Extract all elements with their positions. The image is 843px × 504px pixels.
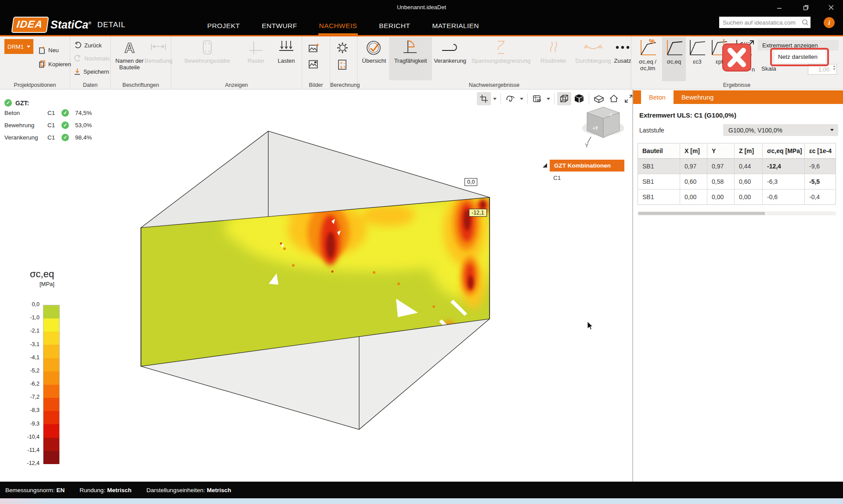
redo-button[interactable]: Nochmals: [74, 55, 110, 62]
search-icon[interactable]: [801, 18, 811, 26]
uls-summary: ✓ GZT: BetonC1✓74,5%BewehrungC1✓53,0%Ver…: [4, 99, 92, 143]
crack-width-icon: [547, 37, 560, 57]
legend-swatch: [43, 318, 59, 332]
result-flag-min: 0,0: [465, 178, 477, 186]
crack-width-button[interactable]: Rissbreite: [535, 37, 572, 80]
deflection-button[interactable]: Durchbiegung: [573, 37, 614, 80]
stress-limit-icon: [494, 37, 508, 57]
legend-swatch: [43, 398, 59, 411]
result-sceq-sclim-button[interactable]: % σc,eq / σc,lim: [634, 37, 661, 79]
member-names-button[interactable]: A Namen der Bauteile: [113, 37, 146, 80]
menu-tab-projekt[interactable]: PROJEKT: [206, 22, 241, 35]
navigation-cube[interactable]: +Y -Z Y: [578, 103, 629, 148]
section-tool-icon[interactable]: [477, 92, 491, 105]
table-cell: -0,4: [805, 189, 836, 204]
table-row[interactable]: SB10,600,580,60-6,3-5,5: [638, 174, 836, 189]
overview-button[interactable]: Übersicht: [360, 37, 388, 80]
chevron-down-icon[interactable]: [545, 92, 551, 105]
3d-viewport[interactable]: 3D: [0, 89, 632, 482]
load-step-select[interactable]: G100,0%, V100,0%: [723, 124, 838, 136]
menu-tab-entwurf[interactable]: ENTWURF: [261, 22, 298, 35]
extreme-heading: Extremwert ULS: C1 (G100,0%): [639, 111, 736, 119]
table-row[interactable]: SB10,000,000,00-0,6-0,4: [638, 189, 836, 204]
dimension-arrow-icon: [150, 37, 167, 57]
undo-icon: [74, 42, 82, 49]
tree-item-c1[interactable]: C1: [553, 175, 561, 181]
calculation-settings-button[interactable]: [336, 42, 349, 54]
menu-tab-bericht[interactable]: BERICHT: [378, 22, 411, 35]
panel-tab-bewehrung[interactable]: Bewehrung: [674, 90, 721, 104]
grid-button[interactable]: Raster: [241, 37, 271, 80]
annotation-x-mark: [722, 43, 751, 71]
results-panel: BetonBewehrung Extremwert ULS: C1 (G100,…: [632, 89, 843, 482]
rebar-button[interactable]: Bewehrungsstäbe: [175, 37, 240, 80]
rotate-view-icon[interactable]: [504, 92, 518, 105]
menu-tab-materialien[interactable]: MATERIALIEN: [431, 22, 480, 35]
uls-title: ✓ GZT:: [4, 99, 92, 107]
legend-tick: 0,0: [18, 301, 40, 307]
position-selector[interactable]: DRM1: [4, 39, 33, 54]
scale-spinner[interactable]: [833, 65, 836, 70]
copy-button[interactable]: Kopieren: [39, 60, 71, 68]
color-legend: σc,eq [MPa] 0,0-1,0-2,1-3,1-4,1-5,2-6,2-…: [18, 268, 75, 477]
show-extreme-button[interactable]: Extremwert anzeigen: [758, 40, 839, 50]
info-icon[interactable]: i: [824, 17, 835, 28]
table-header-cell: εc [1e-4: [805, 143, 836, 158]
anchorage-button[interactable]: Verankerung: [433, 37, 467, 80]
tree-expander-icon[interactable]: [543, 163, 547, 168]
svg-text:A: A: [124, 40, 134, 55]
letter-a-icon: A: [122, 37, 137, 57]
table-horizontal-scrollbar[interactable]: [638, 211, 836, 215]
legend-tick: -12,4: [18, 460, 40, 466]
wireframe-cube-icon[interactable]: [557, 92, 571, 105]
new-button[interactable]: Neu: [39, 46, 59, 54]
svg-text:Y: Y: [585, 142, 589, 148]
status-item: Darstellungseinheiten:Metrisch: [146, 487, 231, 493]
minimize-button[interactable]: [773, 3, 786, 12]
search-input[interactable]: [719, 19, 801, 26]
chevron-down-icon[interactable]: [519, 92, 525, 105]
table-cell: -6,3: [763, 174, 805, 189]
result-flag-max: -12,1: [469, 209, 487, 217]
table-header-cell: Z [m]: [735, 143, 763, 158]
legend-swatch: [43, 372, 59, 385]
legend-unit: [MPa]: [40, 281, 54, 287]
add-image-icon: [308, 43, 320, 53]
calculator-button[interactable]: + - x ÷: [337, 59, 348, 71]
search-box[interactable]: [719, 17, 811, 28]
ribbon: Projektpositionen DRM1 Neu Kopieren Date…: [0, 35, 843, 89]
loads-button[interactable]: Lasten: [272, 37, 300, 80]
gallery-image-button[interactable]: [308, 59, 319, 70]
tree-group-gzt-kombinationen[interactable]: GZT Kombinationen: [550, 160, 624, 172]
legend-tick: -4,1: [18, 354, 40, 361]
table-cell: 0,60: [680, 174, 707, 189]
chart-curve-icon: [688, 37, 707, 58]
panel-tab-beton[interactable]: Beton: [641, 90, 674, 104]
check-icon: ✓: [61, 134, 69, 141]
strength-button[interactable]: Tragfähigkeit: [389, 37, 432, 80]
svg-text:-Z: -Z: [609, 112, 612, 117]
stress-limit-button[interactable]: Spannungsbegrenzung: [468, 37, 534, 80]
result-sceq-button[interactable]: σc,eq: [662, 37, 686, 81]
legend-tick: -6,2: [18, 381, 40, 387]
table-row[interactable]: SB10,970,970,44-12,4-9,6: [638, 159, 836, 174]
undo-button[interactable]: Zurück: [74, 42, 102, 49]
extras-button[interactable]: Zusatz: [614, 37, 631, 80]
window-titlebar: Unbenannt.ideaDet: [0, 0, 843, 15]
scale-input[interactable]: 1,00: [808, 64, 837, 75]
dimension-button[interactable]: Bemaßung: [147, 37, 170, 80]
results-table[interactable]: BauteilX [m]YZ [m]σc,eq [MPa]εc [1e-4SB1…: [638, 143, 836, 205]
menu-tab-nachweis[interactable]: NACHWEIS: [318, 22, 358, 35]
result-ec3-button[interactable]: εc3: [687, 37, 708, 79]
restore-button[interactable]: [799, 3, 812, 12]
statica-logo: StatiCa®: [50, 18, 91, 31]
save-icon: [74, 68, 81, 75]
chevron-down-icon[interactable]: [492, 92, 498, 105]
scrollbar-thumb[interactable]: [638, 212, 765, 215]
table-cell: 0,97: [707, 159, 735, 174]
save-button[interactable]: Speichern: [74, 68, 109, 75]
close-button[interactable]: [825, 3, 838, 12]
view-3d-icon[interactable]: 3D: [530, 92, 544, 105]
add-image-button[interactable]: [308, 43, 320, 53]
show-mesh-button[interactable]: Netz darstellen: [775, 50, 825, 63]
